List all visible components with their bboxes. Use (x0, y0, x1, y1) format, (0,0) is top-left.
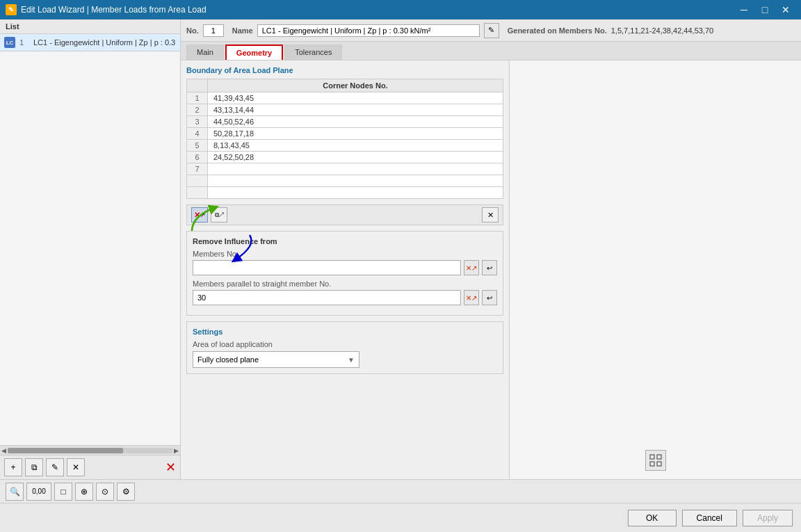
row-num-header (187, 79, 208, 92)
grid-button[interactable] (645, 450, 666, 471)
remove-node-button[interactable]: ✕↗ (191, 207, 208, 223)
add-toolbar-button[interactable]: ⊕ (75, 483, 93, 501)
boundary-section-title: Boundary of Area Load Plane (186, 66, 503, 74)
row-5-num: 5 (187, 140, 208, 152)
right-panel: No. Name ✎ Generated on Members No. 1,5,… (181, 19, 801, 479)
name-label: Name (232, 26, 253, 35)
corner-nodes-table: Corner Nodes No. 1 41,39,43,45 2 43,13,1… (186, 79, 503, 199)
table-row[interactable]: 2 43,13,14,44 (187, 104, 503, 116)
add-button[interactable]: + (4, 458, 22, 476)
svg-rect-5 (657, 462, 661, 466)
row-2-value[interactable]: 43,13,14,44 (208, 104, 503, 116)
apply-button[interactable]: Apply (743, 510, 793, 526)
scroll-track[interactable] (8, 448, 172, 453)
parallel-input[interactable] (193, 290, 461, 305)
minimize-button[interactable]: ─ (734, 0, 754, 19)
title-bar: ✎ Edit Load Wizard | Member Loads from A… (0, 0, 801, 19)
area-select[interactable]: Fully closed plane ▼ (193, 351, 359, 368)
main-container: List LC 1 LC1 - Eigengewicht | Uniform |… (0, 19, 801, 532)
close-button[interactable]: ✕ (776, 0, 795, 19)
edit-button[interactable]: ✎ (46, 458, 64, 476)
members-no-pick-button[interactable]: ✕↗ (464, 260, 479, 275)
list-item-num: 1 (19, 38, 29, 47)
remove-influence-section: Remove Influence from (186, 231, 503, 316)
scroll-left-arrow[interactable]: ◀ (1, 447, 6, 454)
table-row[interactable]: 1 41,39,43,45 (187, 92, 503, 104)
value-button[interactable]: 0,00 (26, 483, 51, 501)
left-panel: List LC 1 LC1 - Eigengewicht | Uniform |… (0, 19, 181, 479)
row-6-num: 6 (187, 152, 208, 163)
row-7-num: 7 (187, 163, 208, 175)
members-no-field: Members No. ✕↗ ↩ (193, 250, 497, 275)
row-4-value[interactable]: 50,28,17,18 (208, 128, 503, 140)
svg-rect-2 (650, 455, 654, 459)
table-row-empty (187, 175, 503, 187)
parallel-label: Members parallel to straight member No. (193, 280, 497, 288)
settings-section: Settings Area of load application Fully … (186, 321, 503, 374)
footer: OK Cancel Apply (0, 503, 801, 532)
members-no-reset-button[interactable]: ↩ (482, 260, 497, 275)
table-row[interactable]: 6 24,52,50,28 (187, 152, 503, 163)
area-label: Area of load application (193, 340, 497, 348)
ok-button[interactable]: OK (628, 510, 677, 526)
horizontal-scrollbar[interactable]: ◀ ▶ (0, 445, 180, 455)
no-input[interactable] (203, 24, 224, 37)
search-button[interactable]: 🔍 (6, 483, 24, 501)
row-3-num: 3 (187, 116, 208, 128)
scroll-right-arrow[interactable]: ▶ (174, 447, 179, 454)
app-icon: ✎ (6, 4, 17, 15)
table-row[interactable]: 5 8,13,43,45 (187, 140, 503, 152)
members-no-label: Members No. (193, 250, 497, 258)
copy-button[interactable]: ⧉ (25, 458, 43, 476)
chevron-down-icon: ▼ (348, 356, 355, 364)
close-left-button[interactable]: ✕ (165, 460, 176, 475)
remove-influence-title: Remove Influence from (193, 237, 497, 245)
tab-tolerances[interactable]: Tolerances (284, 45, 342, 60)
members-no-input[interactable] (193, 260, 461, 275)
table-row-empty (187, 187, 503, 199)
list-content: LC 1 LC1 - Eigengewicht | Uniform | Zp |… (0, 34, 180, 445)
svg-rect-4 (650, 462, 654, 466)
generated-section: Generated on Members No. 1,5,7,11,21-24,… (508, 26, 713, 35)
list-item-icon: LC (4, 37, 15, 48)
table-row[interactable]: 4 50,28,17,18 (187, 128, 503, 140)
area-select-value: Fully closed plane (197, 355, 259, 364)
row-1-value[interactable]: 41,39,43,45 (208, 92, 503, 104)
maximize-button[interactable]: □ (755, 0, 775, 19)
copy-node-button[interactable]: ⧉↗ (211, 207, 227, 223)
parallel-reset-button[interactable]: ↩ (482, 290, 497, 305)
table-toolbar: ✕↗ ⧉↗ ✕ (186, 204, 503, 225)
name-input[interactable] (257, 24, 480, 37)
delete-button[interactable]: ✕ (67, 458, 85, 476)
tab-main[interactable]: Main (186, 45, 224, 60)
row-5-value[interactable]: 8,13,43,45 (208, 140, 503, 152)
row-7-value[interactable] (208, 163, 503, 175)
row-3-value[interactable]: 44,50,52,46 (208, 116, 503, 128)
tab-geometry[interactable]: Geometry (225, 45, 283, 60)
content-area: List LC 1 LC1 - Eigengewicht | Uniform |… (0, 19, 801, 479)
list-item[interactable]: LC 1 LC1 - Eigengewicht | Uniform | Zp |… (0, 34, 180, 51)
clear-table-button[interactable]: ✕ (482, 207, 499, 223)
scroll-thumb (8, 448, 123, 453)
row-6-value[interactable]: 24,52,50,28 (208, 152, 503, 163)
view-button[interactable]: □ (54, 483, 72, 501)
table-row[interactable]: 3 44,50,52,46 (187, 116, 503, 128)
settings-title: Settings (193, 328, 497, 336)
corner-nodes-header: Corner Nodes No. (208, 79, 503, 92)
cancel-button[interactable]: Cancel (682, 510, 737, 526)
parallel-pick-button[interactable]: ✕↗ (464, 290, 479, 305)
generated-value: 1,5,7,11,21-24,38,42,44,53,70 (611, 26, 713, 35)
parallel-field: Members parallel to straight member No. … (193, 280, 497, 305)
name-edit-button[interactable]: ✎ (484, 23, 499, 38)
select-button[interactable]: ⊙ (96, 483, 114, 501)
top-row: No. Name ✎ Generated on Members No. 1,5,… (181, 19, 801, 42)
settings-button[interactable]: ⚙ (117, 483, 135, 501)
no-label: No. (186, 26, 199, 35)
table-row[interactable]: 7 (187, 163, 503, 175)
no-section: No. (186, 24, 224, 37)
row-1-num: 1 (187, 92, 208, 104)
name-section: Name ✎ (232, 23, 499, 38)
row-2-num: 2 (187, 104, 208, 116)
list-header: List (0, 19, 180, 34)
tabs: Main Geometry Tolerances (181, 42, 801, 61)
